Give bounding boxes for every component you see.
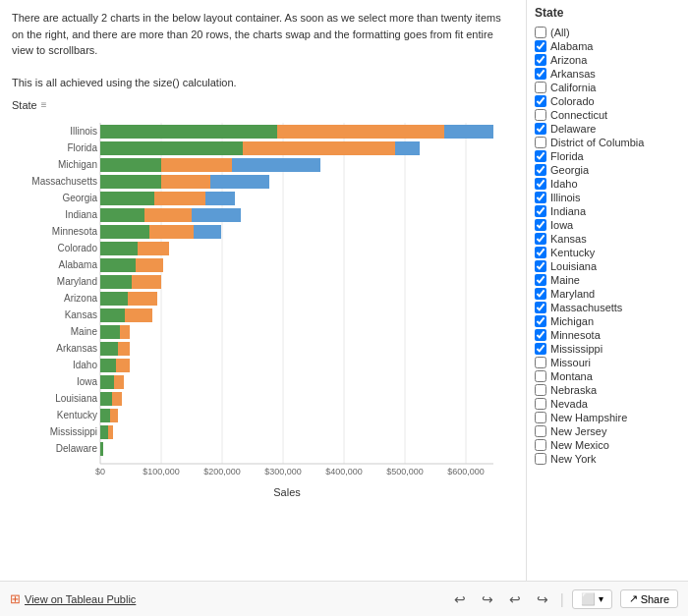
filter-checkbox-22[interactable] [535, 329, 546, 341]
filter-checkbox-24[interactable] [535, 357, 546, 368]
filter-label-28: New Hampshire [550, 412, 627, 423]
filter-label-19: Maryland [550, 288, 595, 300]
svg-rect-48 [100, 258, 136, 272]
filter-checkbox-7[interactable] [535, 123, 546, 135]
filter-item-louisiana[interactable]: Louisiana [535, 259, 680, 273]
filter-checkbox-10[interactable] [535, 164, 546, 176]
filter-checkbox-20[interactable] [535, 302, 546, 313]
tableau-link-label[interactable]: View on Tableau Public [25, 593, 136, 605]
filter-checkbox-14[interactable] [535, 219, 546, 231]
filter-label-23: Mississippi [550, 343, 602, 355]
filter-label-5: Colorado [550, 95, 595, 107]
filter-checkbox-29[interactable] [535, 425, 546, 437]
filter-item-georgia[interactable]: Georgia [535, 163, 680, 177]
filter-label-15: Kansas [550, 233, 587, 245]
tableau-link[interactable]: ⊞ View on Tableau Public [10, 591, 444, 606]
filter-item-maine[interactable]: Maine [535, 273, 680, 287]
filter-item-new-mexico[interactable]: New Mexico [535, 438, 680, 452]
filter-item-iowa[interactable]: Iowa [535, 218, 680, 232]
download-button[interactable]: ⬜ ▾ [572, 589, 612, 609]
filter-item-florida[interactable]: Florida [535, 149, 680, 163]
svg-rect-17 [100, 125, 277, 139]
redo-button[interactable]: ↪ [478, 589, 497, 609]
svg-text:Kansas: Kansas [65, 308, 97, 319]
filter-item-massachusetts[interactable]: Massachusetts [535, 301, 680, 314]
filter-item-new-york[interactable]: New York [535, 452, 680, 466]
filter-checkbox-23[interactable] [535, 343, 546, 355]
filter-item-mississippi[interactable]: Mississippi [535, 342, 680, 356]
filter-item-kentucky[interactable]: Kentucky [535, 246, 680, 259]
filter-item-district-of-columbia[interactable]: District of Columbia [535, 136, 680, 149]
filter-label-6: Connecticut [550, 109, 607, 121]
filter-item-colorado[interactable]: Colorado [535, 94, 680, 108]
svg-rect-22 [243, 141, 395, 155]
filter-item-kansas[interactable]: Kansas [535, 232, 680, 246]
filter-item-nevada[interactable]: Nevada [535, 397, 680, 411]
svg-rect-34 [154, 192, 205, 205]
svg-text:Arizona: Arizona [64, 292, 97, 303]
filter-item-arkansas[interactable]: Arkansas [535, 67, 680, 81]
filter-item-(all)[interactable]: (All) [535, 26, 680, 39]
filter-checkbox-5[interactable] [535, 95, 546, 107]
filter-checkbox-16[interactable] [535, 247, 546, 258]
filter-item-nebraska[interactable]: Nebraska [535, 383, 680, 397]
filter-item-montana[interactable]: Montana [535, 369, 680, 383]
filter-item-new-jersey[interactable]: New Jersey [535, 424, 680, 438]
filter-item-michigan[interactable]: Michigan [535, 314, 680, 328]
filter-label-2: Arizona [550, 54, 587, 66]
forward-button[interactable]: ↪ [533, 589, 552, 609]
filter-item-new-hampshire[interactable]: New Hampshire [535, 411, 680, 424]
filter-checkbox-2[interactable] [535, 54, 546, 66]
filter-item-delaware[interactable]: Delaware [535, 122, 680, 136]
filter-checkbox-17[interactable] [535, 260, 546, 272]
filter-label-30: New Mexico [550, 439, 609, 451]
filter-checkbox-18[interactable] [535, 274, 546, 286]
filter-checkbox-31[interactable] [535, 453, 546, 465]
filter-label-14: Iowa [550, 219, 573, 231]
back-button[interactable]: ↩ [505, 589, 525, 609]
filter-checkbox-6[interactable] [535, 109, 546, 121]
filter-item-alabama[interactable]: Alabama [535, 39, 680, 53]
filter-checkbox-4[interactable] [535, 82, 546, 93]
filter-item-california[interactable]: California [535, 81, 680, 94]
filter-checkbox-3[interactable] [535, 68, 546, 80]
filter-checkbox-9[interactable] [535, 150, 546, 162]
svg-text:Illinois: Illinois [70, 125, 97, 136]
bottom-controls: ↩ ↪ ↩ ↪ | ⬜ ▾ ↗ Share [450, 589, 678, 609]
filter-item-illinois[interactable]: Illinois [535, 191, 680, 204]
filter-checkbox-15[interactable] [535, 233, 546, 245]
filter-checkbox-11[interactable] [535, 178, 546, 190]
filter-checkbox-25[interactable] [535, 370, 546, 382]
filter-checkbox-21[interactable] [535, 315, 546, 327]
filter-checkbox-1[interactable] [535, 40, 546, 52]
undo-button[interactable]: ↩ [450, 589, 470, 609]
filter-checkbox-8[interactable] [535, 137, 546, 148]
filter-label-22: Minnesota [550, 329, 601, 341]
filter-item-maryland[interactable]: Maryland [535, 287, 680, 301]
filter-item-missouri[interactable]: Missouri [535, 356, 680, 369]
filter-checkbox-0[interactable] [535, 27, 546, 38]
filter-item-arizona[interactable]: Arizona [535, 53, 680, 67]
share-button[interactable]: ↗ Share [620, 589, 678, 608]
svg-rect-43 [194, 225, 221, 239]
filter-checkbox-26[interactable] [535, 384, 546, 396]
filter-checkbox-27[interactable] [535, 398, 546, 410]
filter-label-3: Arkansas [550, 68, 596, 80]
filter-checkbox-28[interactable] [535, 412, 546, 423]
share-label[interactable]: Share [641, 593, 669, 605]
svg-rect-31 [210, 175, 269, 189]
filter-item-idaho[interactable]: Idaho [535, 177, 680, 191]
filter-checkbox-13[interactable] [535, 205, 546, 217]
filter-item-indiana[interactable]: Indiana [535, 204, 680, 218]
svg-rect-58 [125, 308, 152, 322]
filter-checkbox-19[interactable] [535, 288, 546, 300]
filter-item-connecticut[interactable]: Connecticut [535, 108, 680, 122]
filter-checkbox-12[interactable] [535, 192, 546, 203]
svg-text:$0: $0 [95, 467, 105, 476]
svg-rect-30 [161, 175, 210, 189]
download-icon: ⬜ [581, 592, 596, 606]
filter-checkbox-30[interactable] [535, 439, 546, 451]
svg-text:$600,000: $600,000 [447, 467, 485, 476]
filter-item-minnesota[interactable]: Minnesota [535, 328, 680, 342]
svg-text:$300,000: $300,000 [264, 467, 302, 476]
